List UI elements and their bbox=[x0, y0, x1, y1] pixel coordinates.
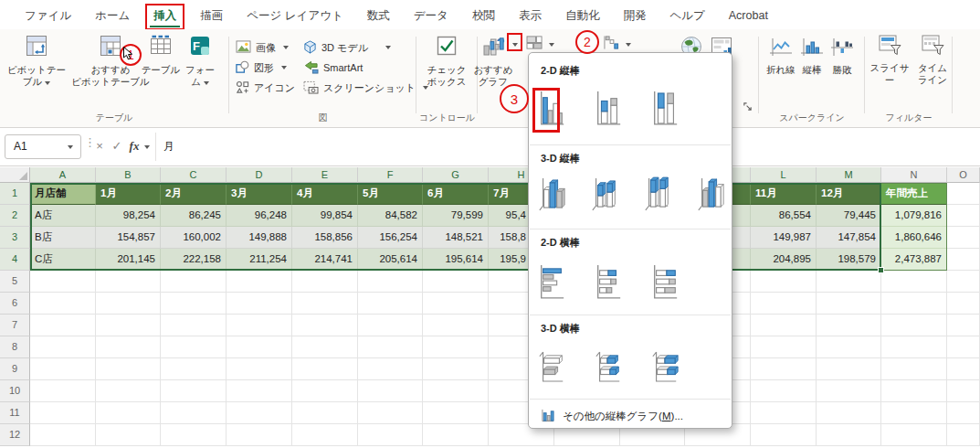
row-header-7[interactable]: 7 bbox=[0, 315, 30, 336]
cell-N4[interactable]: 2,473,887 bbox=[881, 249, 947, 271]
cell-C3[interactable]: 160,002 bbox=[161, 227, 227, 249]
cell-E4[interactable]: 214,741 bbox=[292, 249, 358, 271]
cell-F1[interactable]: 5月 bbox=[358, 183, 423, 205]
cell-N3[interactable]: 1,860,646 bbox=[881, 227, 947, 249]
cell-C2[interactable]: 86,245 bbox=[161, 205, 227, 227]
cell-A5[interactable] bbox=[30, 271, 96, 293]
cell-B7[interactable] bbox=[96, 315, 161, 336]
insert-hierarchy-chart-button[interactable] bbox=[526, 35, 558, 54]
cell-O12[interactable] bbox=[947, 424, 980, 446]
cell-A11[interactable] bbox=[30, 402, 96, 424]
chevron-down-icon[interactable] bbox=[142, 134, 153, 158]
cell-F5[interactable] bbox=[358, 271, 423, 293]
column-header-G[interactable]: G bbox=[423, 167, 489, 183]
column-header-O[interactable]: O bbox=[947, 167, 980, 183]
cell-D5[interactable] bbox=[227, 271, 292, 293]
cell-O6[interactable] bbox=[947, 293, 980, 315]
tab-page-layout[interactable]: ページ レイアウト bbox=[235, 4, 355, 29]
column-header-N[interactable]: N bbox=[881, 167, 947, 183]
cell-B4[interactable]: 201,145 bbox=[96, 249, 161, 271]
formula-bar-value[interactable]: 月 bbox=[163, 128, 174, 166]
cell-G2[interactable]: 79,599 bbox=[423, 205, 489, 227]
chart-type-col3d-clustered[interactable] bbox=[536, 172, 567, 216]
sparkline-column-button[interactable]: 縦棒 bbox=[797, 37, 827, 76]
smartart-button[interactable]: SmartArt bbox=[303, 59, 363, 77]
cell-N5[interactable] bbox=[881, 271, 947, 293]
cell-L2[interactable]: 86,554 bbox=[751, 205, 817, 227]
cell-O10[interactable] bbox=[947, 380, 980, 402]
row-header-6[interactable]: 6 bbox=[0, 293, 30, 315]
row-header-5[interactable]: 5 bbox=[0, 271, 30, 293]
cell-D8[interactable] bbox=[227, 336, 292, 358]
cell-C4[interactable]: 222,158 bbox=[161, 249, 227, 271]
cell-G8[interactable] bbox=[423, 336, 489, 358]
chart-type-col3d[interactable] bbox=[695, 172, 726, 216]
table-button[interactable]: テーブル bbox=[137, 34, 184, 76]
cell-C12[interactable] bbox=[161, 424, 227, 446]
column-header-M[interactable]: M bbox=[817, 167, 881, 183]
cell-B10[interactable] bbox=[96, 380, 161, 402]
cell-N1[interactable]: 年間売上 bbox=[881, 183, 947, 205]
cell-L1[interactable]: 11月 bbox=[751, 183, 817, 205]
cell-D12[interactable] bbox=[227, 424, 292, 446]
cell-O4[interactable] bbox=[947, 249, 980, 271]
cell-F8[interactable] bbox=[358, 336, 423, 358]
row-header-8[interactable]: 8 bbox=[0, 336, 30, 358]
cell-D1[interactable]: 3月 bbox=[227, 183, 292, 205]
row-header-3[interactable]: 3 bbox=[0, 227, 30, 249]
tab-automate[interactable]: 自動化 bbox=[553, 4, 612, 29]
cell-M2[interactable]: 79,445 bbox=[817, 205, 881, 227]
sparkline-winloss-button[interactable]: 勝敗 bbox=[827, 37, 858, 76]
cell-B3[interactable]: 154,857 bbox=[96, 227, 161, 249]
cell-C7[interactable] bbox=[161, 315, 227, 336]
tab-review[interactable]: 校閲 bbox=[460, 4, 507, 29]
cell-E12[interactable] bbox=[292, 424, 358, 446]
cell-G11[interactable] bbox=[423, 402, 489, 424]
enter-button[interactable]: ✓ bbox=[109, 134, 125, 158]
cell-O5[interactable] bbox=[947, 271, 980, 293]
row-header-11[interactable]: 11 bbox=[0, 402, 30, 424]
tab-help[interactable]: ヘルプ bbox=[658, 4, 716, 29]
cell-L8[interactable] bbox=[751, 336, 817, 358]
cell-C9[interactable] bbox=[161, 358, 227, 380]
cell-M4[interactable]: 198,579 bbox=[817, 249, 881, 271]
cell-A3[interactable]: B店 bbox=[30, 227, 96, 249]
cell-A12[interactable] bbox=[30, 424, 96, 446]
cell-N9[interactable] bbox=[881, 358, 947, 380]
chart-type-col3d-stacked[interactable] bbox=[589, 172, 620, 216]
tab-acrobat[interactable]: Acrobat bbox=[717, 4, 780, 29]
cell-A1[interactable]: 月店舗 bbox=[30, 183, 96, 205]
cell-M9[interactable] bbox=[817, 358, 881, 380]
cell-O9[interactable] bbox=[947, 358, 980, 380]
more-column-charts-item[interactable]: その他の縦棒グラフ(M)... bbox=[529, 404, 732, 428]
cell-N7[interactable] bbox=[881, 315, 947, 336]
cell-G10[interactable] bbox=[423, 380, 489, 402]
slicer-button[interactable]: スライサー bbox=[866, 34, 913, 87]
cell-M11[interactable] bbox=[817, 402, 881, 424]
column-header-C[interactable]: C bbox=[161, 167, 227, 183]
cell-A9[interactable] bbox=[30, 358, 96, 380]
row-header-12[interactable]: 12 bbox=[0, 424, 30, 446]
select-all-corner[interactable] bbox=[0, 167, 30, 183]
cell-M5[interactable] bbox=[817, 271, 881, 293]
cell-L7[interactable] bbox=[751, 315, 817, 336]
chart-type-col-clustered[interactable] bbox=[536, 86, 567, 130]
cell-N6[interactable] bbox=[881, 293, 947, 315]
cell-F9[interactable] bbox=[358, 358, 423, 380]
column-header-F[interactable]: F bbox=[358, 167, 423, 183]
cell-E5[interactable] bbox=[292, 271, 358, 293]
cell-E11[interactable] bbox=[292, 402, 358, 424]
cell-A10[interactable] bbox=[30, 380, 96, 402]
cell-O8[interactable] bbox=[947, 336, 980, 358]
cell-M7[interactable] bbox=[817, 315, 881, 336]
cell-E10[interactable] bbox=[292, 380, 358, 402]
cell-B12[interactable] bbox=[96, 424, 161, 446]
cell-N2[interactable]: 1,079,816 bbox=[881, 205, 947, 227]
cell-F2[interactable]: 84,582 bbox=[358, 205, 423, 227]
cell-L11[interactable] bbox=[751, 402, 817, 424]
cell-G5[interactable] bbox=[423, 271, 489, 293]
cell-E7[interactable] bbox=[292, 315, 358, 336]
cell-B1[interactable]: 1月 bbox=[96, 183, 161, 205]
fill-handle[interactable] bbox=[878, 267, 884, 273]
chart-type-bar-clustered[interactable] bbox=[536, 260, 567, 304]
